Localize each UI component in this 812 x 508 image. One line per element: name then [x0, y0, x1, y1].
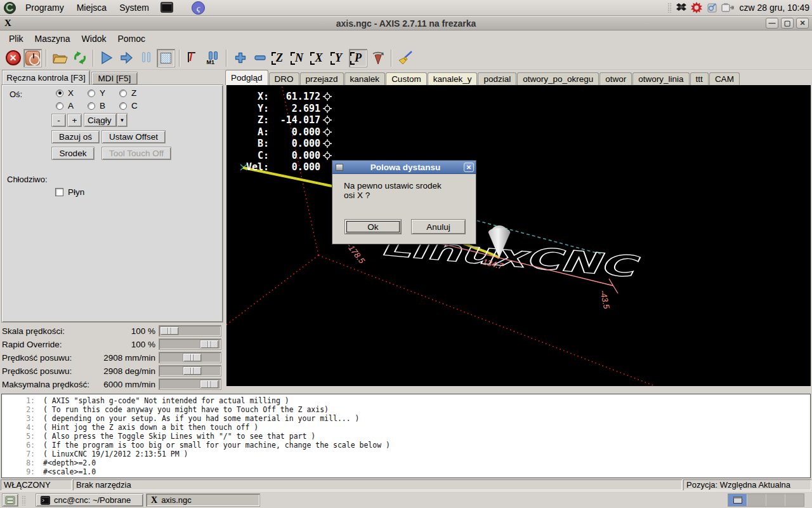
desktop-menu-programy[interactable]: Programy [19, 0, 70, 16]
dialog-close-icon[interactable]: ✕ [464, 163, 474, 172]
tab-otwory-linia[interactable]: otwory_linia [632, 72, 689, 85]
distro-logo-icon[interactable] [3, 1, 16, 15]
center-button[interactable]: Srodek [51, 147, 95, 160]
radio-axis-x[interactable]: X [56, 88, 74, 98]
gcode-line[interactable]: 7:( LinuxCNC 19/1/2012 2:13:51 PM ) [2, 450, 810, 458]
tasklist-drag-handle[interactable] [22, 495, 26, 505]
pane-sash[interactable] [225, 386, 812, 394]
panel-drag-handle[interactable] [667, 3, 672, 13]
window-titlebar[interactable]: X axis.ngc - AXIS 2.7.11 na frezarka — ▢… [0, 16, 812, 30]
desktop-menu-system[interactable]: System [113, 0, 155, 16]
tab-kanalek[interactable]: kanalek [344, 72, 386, 85]
radio-axis-b[interactable]: B [88, 101, 105, 110]
minimize-button[interactable]: — [766, 18, 778, 29]
max-velocity-slider[interactable] [159, 378, 221, 390]
slider-handle[interactable] [183, 353, 202, 362]
zoom-in-button[interactable] [231, 49, 249, 67]
open-file-button[interactable] [51, 49, 69, 67]
jog-speed-slider[interactable] [159, 352, 221, 363]
jog-mode-combobox[interactable]: Ciągły ▼ [84, 113, 128, 127]
tab-kanalek-y[interactable]: kanalek_y [428, 72, 478, 85]
view-x-button[interactable]: X [310, 49, 328, 67]
gcode-line[interactable]: 6:( If the program is too big or small f… [2, 441, 810, 450]
maximize-button[interactable]: ▢ [781, 18, 794, 29]
home-axis-button[interactable]: Bazuj oś [51, 130, 100, 144]
set-offset-button[interactable]: Ustaw Offset [102, 130, 166, 144]
gcode-line[interactable]: 5:( Also press the Toggle Skip Lines wit… [2, 432, 810, 441]
terminal-launcher-icon[interactable] [160, 2, 173, 13]
tab-custom[interactable]: Custom [386, 72, 427, 85]
rotate-view-button[interactable] [369, 49, 387, 67]
close-button[interactable]: ✕ [796, 18, 809, 29]
gcode-line[interactable]: 9:#<scale>=1.0 [2, 467, 810, 476]
view-z2-button[interactable]: N [290, 49, 308, 67]
gcode-listing[interactable]: 1:( AXIS "splash g-code" Not intended fo… [1, 394, 811, 478]
estop-button[interactable]: ✕ [4, 49, 22, 67]
emacs-launcher-icon[interactable]: ς [192, 1, 205, 15]
workspace-4[interactable] [785, 494, 804, 506]
workspace-3[interactable] [766, 494, 785, 506]
slider-handle[interactable] [200, 380, 219, 389]
pause-button[interactable] [137, 49, 155, 67]
zoom-out-button[interactable] [251, 49, 269, 67]
tab-przejazd[interactable]: przejazd [300, 72, 344, 85]
screenshot-tool-icon[interactable] [706, 2, 717, 13]
angular-jog-speed-slider[interactable] [159, 365, 221, 377]
battery-icon[interactable] [721, 3, 735, 13]
flood-checkbox[interactable]: Płyn [55, 187, 84, 197]
tab-otwory-po-okregu[interactable]: otwory_po_okregu [517, 72, 599, 85]
slider-handle[interactable] [160, 326, 179, 335]
jog-minus-button[interactable]: - [51, 114, 66, 127]
optional-stop-button[interactable]: M1 [204, 49, 222, 67]
clock[interactable]: czw 28 gru, 10:49 [739, 3, 809, 13]
gcode-line[interactable]: 1:( AXIS "splash g-code" Not intended fo… [2, 396, 810, 405]
workspace-1[interactable] [728, 494, 747, 506]
dialog-titlebar[interactable]: Polowa dystansu ✕ [332, 161, 476, 174]
menu-pomoc[interactable]: Pomoc [112, 34, 152, 44]
tab-cam[interactable]: CAM [709, 72, 740, 85]
tab-podzial[interactable]: podzial [478, 72, 516, 85]
task-terminal-window[interactable]: cnc@cnc: ~/Pobrane [36, 493, 143, 507]
gcode-line[interactable]: 2:( To run this code anyway you might ha… [2, 405, 810, 414]
update-notifier-icon[interactable] [691, 2, 702, 13]
machine-power-button[interactable] [23, 49, 42, 67]
skip-lines-button[interactable]: / [184, 49, 202, 67]
ok-button[interactable]: Ok [344, 219, 402, 234]
run-button[interactable] [98, 49, 116, 67]
desktop-menu-miejsca[interactable]: Miejsca [70, 0, 113, 16]
radio-axis-c[interactable]: C [119, 101, 138, 110]
reload-button[interactable] [70, 49, 89, 67]
preview-canvas[interactable]: LinuxCNC 134.7 -43.5 -178.5 X:61.172 Y:2… [226, 85, 811, 386]
chevron-down-icon[interactable]: ▼ [117, 113, 128, 127]
dropbox-tray-icon[interactable] [676, 2, 687, 13]
step-button[interactable] [117, 49, 136, 67]
tab-dro[interactable]: DRO [269, 72, 299, 85]
jog-plus-button[interactable]: + [67, 114, 82, 127]
clear-plot-button[interactable] [396, 49, 414, 67]
rapid-override-slider[interactable] [159, 338, 221, 350]
tab-otwor[interactable]: otwor [599, 72, 632, 85]
cancel-button[interactable]: Anuluj [411, 219, 466, 234]
task-axis-window[interactable]: X axis.ngc [146, 493, 260, 507]
gcode-line[interactable]: 4:( Hint jog the Z axis down a bit then … [2, 423, 810, 432]
file-manager-applet-button[interactable] [2, 493, 18, 507]
view-z-button[interactable]: Z [270, 49, 289, 67]
slider-handle[interactable] [200, 340, 219, 349]
radio-axis-z[interactable]: Z [119, 88, 136, 98]
gcode-line[interactable]: 8:#<depth>=2.0 [2, 458, 810, 467]
menu-widok[interactable]: Widok [76, 34, 112, 44]
feed-override-slider[interactable] [159, 325, 221, 337]
tab-mdi[interactable]: MDI [F5] [91, 72, 138, 85]
radio-axis-a[interactable]: A [56, 101, 74, 110]
slider-handle[interactable] [183, 366, 202, 375]
gcode-line[interactable]: 3:( depending on your setup. As if you h… [2, 414, 810, 423]
menu-plik[interactable]: Plik [3, 34, 29, 44]
view-y-button[interactable]: Y [329, 49, 348, 67]
tab-ttt[interactable]: ttt [690, 72, 709, 85]
menu-maszyna[interactable]: Maszyna [29, 34, 76, 44]
tab-manual-control[interactable]: Ręczna kontrola [F3] [2, 70, 90, 85]
tab-podglad[interactable]: Podgląd [225, 70, 268, 85]
radio-axis-y[interactable]: Y [88, 88, 105, 98]
view-perspective-button[interactable]: P [349, 49, 367, 67]
workspace-2[interactable] [747, 494, 766, 506]
